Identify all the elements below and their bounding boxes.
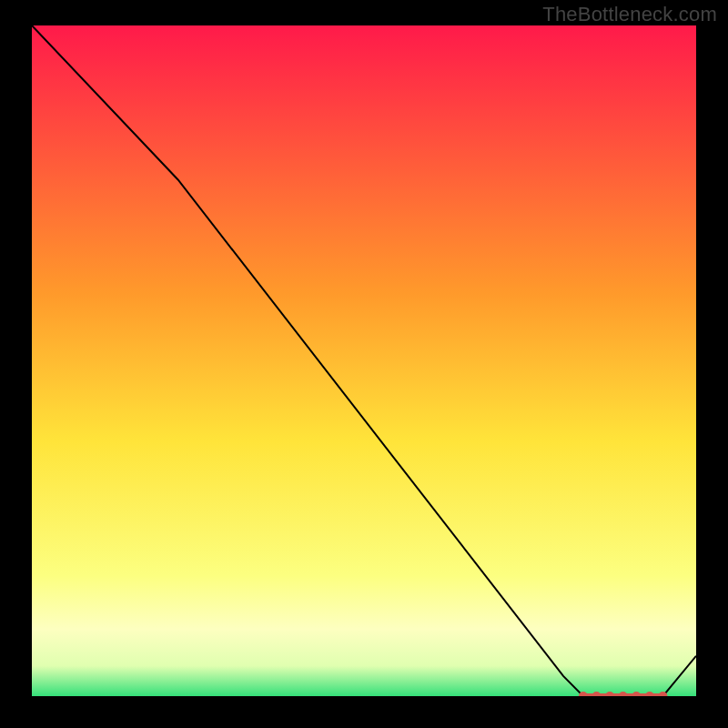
plot-area — [32, 25, 696, 696]
plot-background — [32, 25, 696, 696]
watermark-text: TheBottleneck.com — [542, 3, 717, 26]
chart-svg — [32, 25, 696, 696]
chart-frame: TheBottleneck.com — [0, 0, 728, 728]
